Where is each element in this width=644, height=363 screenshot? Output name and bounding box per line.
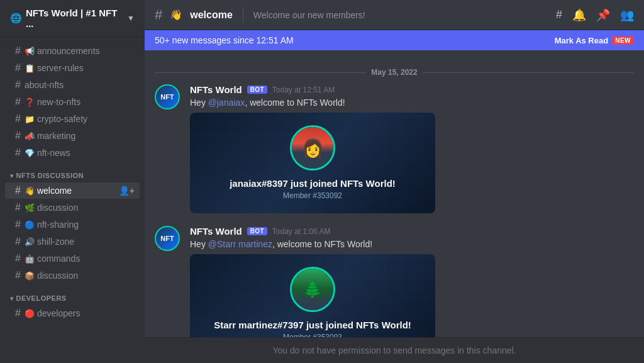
- mark-as-read-button[interactable]: Mark As Read NEW: [555, 36, 634, 45]
- sidebar-item-server-rules[interactable]: # 📋 server-rules: [5, 60, 140, 76]
- avatar: NFT: [155, 84, 180, 109]
- message-header: NFTs World BOT Today at 12:51 AM: [190, 84, 634, 95]
- date-divider-text: May 15, 2022: [371, 68, 417, 77]
- hashtag-icon[interactable]: #: [556, 8, 562, 21]
- channel-emoji: 📦: [25, 271, 35, 281]
- welcome-card-title: janaiax#8397 just joined NFTs World!: [230, 178, 396, 189]
- message-content: NFTs World BOT Today at 1:06 AM Hey @Sta…: [190, 226, 634, 337]
- welcome-card-subtitle: Member #353093: [214, 333, 411, 337]
- channel-label: shill-zone: [37, 237, 74, 247]
- welcome-card-inner: 🌲 Starr martinez#7397 just joined NFTs W…: [190, 254, 435, 337]
- channel-emoji: 🔵: [25, 220, 35, 230]
- mention: @janaiax: [208, 98, 245, 108]
- server-header[interactable]: 🌐 NFTs World | #1 NFT ... ▼: [0, 0, 145, 37]
- message-author: NFTs World: [190, 84, 242, 95]
- channel-list: # 📢 announcements # 📋 server-rules # abo…: [0, 37, 145, 363]
- no-permission-text: You do not have permission to send messa…: [272, 345, 516, 355]
- welcome-card-subtitle: Member #353092: [230, 191, 396, 200]
- sidebar-item-discussion2[interactable]: # 📦 discussion: [5, 267, 140, 284]
- channel-label: nft-sharing: [37, 220, 79, 230]
- channel-emoji: 📢: [25, 47, 35, 56]
- pin-icon[interactable]: 📌: [596, 8, 610, 22]
- hash-icon: #: [15, 79, 21, 91]
- channel-emoji: 🤖: [25, 254, 35, 264]
- sidebar-item-marketing[interactable]: # 📣 marketing: [5, 128, 140, 144]
- message-time: Today at 12:51 AM: [272, 86, 335, 94]
- hash-icon: #: [15, 130, 21, 142]
- channel-label: discussion: [37, 271, 78, 281]
- message-time: Today at 1:06 AM: [272, 227, 331, 236]
- channel-emoji: 🔴: [25, 309, 35, 318]
- bot-badge: BOT: [247, 86, 267, 94]
- avatar-image: 👩: [292, 125, 333, 170]
- hash-icon: #: [15, 45, 21, 57]
- server-title: 🌐 NFTs World | #1 NFT ...: [10, 8, 127, 29]
- sidebar-item-about-nfts[interactable]: # about-nfts: [5, 77, 140, 93]
- section-chevron-icon: ▾: [10, 172, 14, 179]
- channel-emoji: 📋: [25, 64, 35, 73]
- channel-label: nft-news: [37, 148, 70, 158]
- sidebar-item-crypto-safety[interactable]: # 📁 crypto-safety: [5, 111, 140, 127]
- channel-label: marketing: [37, 131, 75, 141]
- chevron-down-icon: ▼: [127, 14, 135, 23]
- bell-slash-icon[interactable]: 🔔: [572, 8, 586, 22]
- message-author: NFTs World: [190, 226, 242, 237]
- channel-label: discussion: [37, 203, 78, 213]
- hash-icon: #: [15, 219, 21, 230]
- channel-emoji: 💎: [25, 148, 35, 158]
- section-chevron-icon: ▾: [10, 295, 14, 302]
- welcome-card-text: Starr martinez#7397 just joined NFTs Wor…: [214, 320, 411, 337]
- messages-area[interactable]: May 15, 2022 NFT NFTs World BOT Today at…: [145, 50, 644, 337]
- welcome-card-text: janaiax#8397 just joined NFTs World! Mem…: [230, 178, 396, 200]
- sidebar-item-shill-zone[interactable]: # 🔊 shill-zone: [5, 233, 140, 250]
- new-messages-banner[interactable]: 50+ new messages since 12:51 AM Mark As …: [145, 30, 644, 50]
- section-nfts-discussion[interactable]: ▾ NFTS DISCUSSION: [0, 162, 145, 182]
- hash-icon: #: [15, 253, 21, 264]
- sidebar-item-announcements[interactable]: # 📢 announcements: [5, 43, 140, 59]
- sidebar-item-new-to-nfts[interactable]: # ❓ new-to-nfts: [5, 94, 140, 110]
- welcome-card: 👩 janaiax#8397 just joined NFTs World! M…: [190, 113, 435, 213]
- welcome-card-title: Starr martinez#7397 just joined NFTs Wor…: [214, 320, 411, 330]
- sidebar-item-commands[interactable]: # 🤖 commands: [5, 250, 140, 267]
- header-icons: # 🔔 📌 👥: [556, 8, 634, 22]
- hash-icon: #: [15, 236, 21, 247]
- welcome-card: 🌲 Starr martinez#7397 just joined NFTs W…: [190, 254, 435, 337]
- sidebar-item-welcome[interactable]: # 👋 welcome 👤+: [5, 182, 140, 199]
- message-content: NFTs World BOT Today at 12:51 AM Hey @ja…: [190, 84, 634, 213]
- sidebar: 🌐 NFTs World | #1 NFT ... ▼ # 📢 announce…: [0, 0, 145, 363]
- welcome-avatar: 🌲: [290, 267, 335, 312]
- date-divider: May 15, 2022: [155, 68, 634, 77]
- new-badge: NEW: [612, 36, 634, 45]
- add-user-icon[interactable]: 👤+: [119, 186, 135, 196]
- message-group: NFT NFTs World BOT Today at 1:06 AM Hey …: [155, 226, 634, 337]
- channel-label: commands: [37, 254, 80, 264]
- main-content: # 👋 welcome Welcome our new members! # 🔔…: [145, 0, 644, 363]
- channel-header-description: Welcome our new members!: [253, 10, 548, 20]
- avatar-image: 🌲: [292, 267, 333, 312]
- message-header: NFTs World BOT Today at 1:06 AM: [190, 226, 634, 237]
- channel-label: new-to-nfts: [37, 97, 80, 107]
- sidebar-item-nft-sharing[interactable]: # 🔵 nft-sharing: [5, 216, 140, 233]
- sidebar-item-developers[interactable]: # 🔴 developers: [5, 305, 140, 321]
- channel-emoji: 📁: [25, 114, 35, 124]
- channel-label: crypto-safety: [37, 114, 87, 124]
- hash-icon: #: [15, 96, 21, 108]
- message-text: Hey @Starr martinez, welcome to NFTs Wor…: [190, 239, 634, 249]
- hash-icon: #: [15, 308, 21, 319]
- members-icon[interactable]: 👥: [620, 8, 634, 22]
- channel-emoji: 📣: [25, 131, 35, 141]
- channel-header: # 👋 welcome Welcome our new members! # 🔔…: [145, 0, 644, 30]
- welcome-avatar-container: 👩: [290, 125, 335, 170]
- divider-line: [423, 72, 634, 73]
- message-text: Hey @janaiax, welcome to NFTs World!: [190, 98, 634, 108]
- header-divider: [243, 8, 243, 23]
- channel-emoji: ❓: [25, 98, 35, 107]
- sidebar-item-discussion[interactable]: # 🌿 discussion: [5, 199, 140, 216]
- section-developers[interactable]: ▾ DEVELOPERS: [0, 284, 145, 304]
- no-permission-bar: You do not have permission to send messa…: [145, 337, 644, 363]
- channel-hash-icon: #: [155, 7, 162, 23]
- channel-header-name: welcome: [190, 9, 233, 21]
- sidebar-item-nft-news[interactable]: # 💎 nft-news: [5, 145, 140, 161]
- welcome-avatar: 👩: [290, 125, 335, 170]
- banner-text: 50+ new messages since 12:51 AM: [155, 35, 555, 45]
